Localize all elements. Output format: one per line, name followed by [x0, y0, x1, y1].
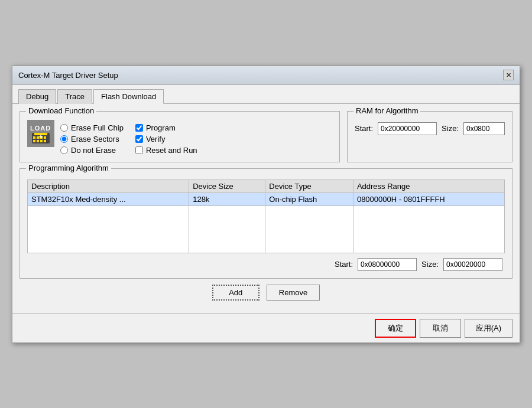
svg-rect-11: [44, 140, 46, 142]
algo-size-input[interactable]: [443, 258, 502, 271]
bottom-bar: 确定 取消 应用(A): [12, 314, 520, 342]
confirm-button[interactable]: 确定: [375, 319, 416, 338]
ram-algorithm-title: RAM for Algorithm: [353, 106, 420, 115]
col-address-range: Address Range: [353, 179, 504, 192]
svg-rect-9: [37, 140, 39, 142]
algo-size-label: Size:: [421, 260, 439, 269]
checkbox-reset-and-run[interactable]: Reset and Run: [135, 146, 197, 155]
tab-trace[interactable]: Trace: [57, 89, 92, 104]
tab-flash-download[interactable]: Flash Download: [93, 89, 164, 104]
top-groups: Download Function LOAD: [20, 111, 512, 168]
svg-rect-4: [33, 136, 35, 139]
table-row[interactable]: STM32F10x Med-density ... 128k On-chip F…: [28, 192, 505, 205]
load-icon-svg: LOAD: [27, 120, 54, 147]
ram-row: Start: Size:: [355, 122, 505, 135]
radio-do-not-erase-input[interactable]: [60, 146, 68, 154]
svg-text:LOAD: LOAD: [30, 125, 51, 132]
programming-algorithm-title: Programming Algorithm: [26, 164, 111, 172]
main-window: Cortex-M Target Driver Setup ✕ Debug Tra…: [12, 66, 520, 343]
ram-size-input[interactable]: [463, 122, 505, 135]
radio-erase-full-chip[interactable]: Erase Full Chip: [60, 123, 124, 132]
algo-footer: Start: Size:: [27, 258, 505, 271]
download-function-group: Download Function LOAD: [20, 111, 340, 162]
load-icon: LOAD: [27, 120, 54, 147]
col-description: Description: [28, 179, 189, 192]
svg-rect-8: [33, 140, 35, 142]
radio-erase-sectors-input[interactable]: [60, 135, 68, 143]
cell-device-size: 128k: [189, 192, 265, 205]
checkbox-group: Program Verify Reset and Run: [135, 123, 197, 155]
tab-debug[interactable]: Debug: [18, 89, 56, 104]
programming-algorithm-group: Programming Algorithm Description Device…: [20, 168, 512, 279]
add-button[interactable]: Add: [212, 285, 259, 301]
close-button[interactable]: ✕: [503, 70, 514, 80]
options-grid: Erase Full Chip Erase Sectors Do not Era…: [60, 123, 197, 155]
checkbox-program[interactable]: Program: [135, 123, 197, 132]
checkbox-reset-and-run-input[interactable]: [135, 146, 143, 154]
algo-table: Description Device Size Device Type Addr…: [27, 179, 505, 253]
radio-erase-sectors[interactable]: Erase Sectors: [60, 135, 124, 143]
algo-start-input[interactable]: [358, 258, 417, 271]
ram-size-label: Size:: [442, 124, 459, 133]
algo-table-header: Description Device Size Device Type Addr…: [28, 179, 505, 192]
radio-erase-full-chip-input[interactable]: [60, 124, 68, 132]
col-device-type: Device Type: [265, 179, 353, 192]
download-function-title: Download Function: [26, 106, 96, 115]
buttons-row: Add Remove: [20, 285, 512, 301]
radio-group: Erase Full Chip Erase Sectors Do not Era…: [60, 123, 124, 155]
remove-button[interactable]: Remove: [267, 285, 320, 301]
title-bar: Cortex-M Target Driver Setup ✕: [12, 66, 520, 85]
cell-description: STM32F10x Med-density ...: [28, 192, 189, 205]
cancel-button[interactable]: 取消: [420, 319, 461, 338]
checkbox-program-input[interactable]: [135, 124, 143, 132]
download-inner: LOAD: [27, 120, 332, 155]
cell-address-range: 08000000H - 0801FFFFH: [353, 192, 504, 205]
prog-inner: Description Device Size Device Type Addr…: [27, 179, 505, 271]
empty-row-1: [28, 205, 505, 253]
tab-bar: Debug Trace Flash Download: [12, 85, 520, 104]
ram-start-label: Start:: [355, 124, 373, 133]
checkbox-verify[interactable]: Verify: [135, 135, 197, 143]
main-content: Download Function LOAD: [12, 104, 520, 314]
algo-start-label: Start:: [335, 260, 353, 269]
cell-device-type: On-chip Flash: [265, 192, 353, 205]
checkbox-verify-input[interactable]: [135, 135, 143, 143]
ram-algorithm-group: RAM for Algorithm Start: Size:: [347, 111, 512, 162]
svg-rect-7: [44, 136, 46, 139]
col-device-size: Device Size: [189, 179, 265, 192]
radio-do-not-erase[interactable]: Do not Erase: [60, 146, 124, 155]
ram-start-input[interactable]: [378, 122, 437, 135]
svg-rect-10: [40, 140, 43, 142]
window-title: Cortex-M Target Driver Setup: [18, 71, 118, 80]
ram-inner: Start: Size:: [355, 122, 505, 135]
svg-rect-5: [37, 136, 39, 139]
apply-button[interactable]: 应用(A): [465, 319, 512, 338]
